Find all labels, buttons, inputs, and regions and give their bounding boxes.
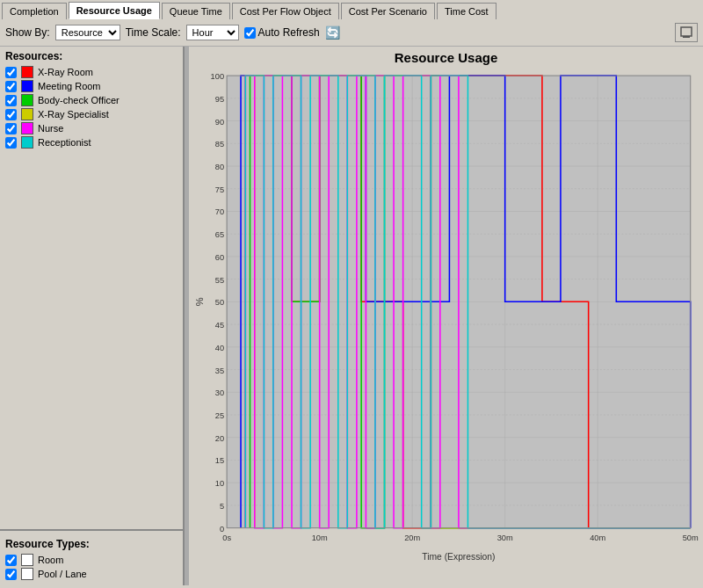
resource-item: Nurse	[5, 122, 178, 134]
chart-area: Resource Usage 0510152025303540455055606…	[189, 47, 703, 585]
tab-completion[interactable]: Completion	[2, 3, 67, 19]
resource-types-section: Resource Types: Room Pool / Lane	[0, 534, 183, 585]
resource-type-label: Pool / Lane	[38, 569, 87, 579]
svg-rect-0	[681, 27, 692, 36]
svg-text:95: 95	[215, 95, 224, 104]
svg-text:20m: 20m	[404, 534, 420, 542]
resource-type-checkbox[interactable]	[5, 555, 17, 566]
svg-text:35: 35	[215, 367, 224, 375]
svg-text:5: 5	[220, 502, 224, 511]
svg-text:20: 20	[215, 434, 224, 443]
resource-type-item: Room	[5, 554, 178, 566]
svg-text:30: 30	[215, 388, 224, 397]
resource-checkbox[interactable]	[5, 137, 17, 149]
resource-type-item: Pool / Lane	[5, 568, 178, 580]
svg-text:85: 85	[215, 140, 224, 149]
chart-container: 0510152025303540455055606570758085909510…	[192, 67, 699, 563]
main-content: Resources: X-Ray Room Meeting Room Body-…	[0, 47, 703, 585]
resource-type-label: Room	[38, 555, 63, 565]
tab-resource-usage[interactable]: Resource Usage	[69, 2, 160, 19]
resource-color	[21, 66, 33, 78]
resource-item: X-Ray Specialist	[5, 108, 178, 120]
auto-refresh-checkbox[interactable]	[244, 27, 256, 39]
left-panel: Resources: X-Ray Room Meeting Room Body-…	[0, 47, 185, 585]
svg-text:45: 45	[215, 321, 224, 330]
resource-checkbox[interactable]	[5, 109, 17, 120]
resource-color	[21, 122, 33, 134]
show-by-select[interactable]: Resource Role Pool	[55, 25, 120, 40]
toolbar: Show By: Resource Role Pool Time Scale: …	[0, 19, 703, 47]
resource-checkbox[interactable]	[5, 81, 17, 92]
tab-bar: Completion Resource Usage Queue Time Cos…	[0, 0, 703, 19]
tab-cost-per-scenario[interactable]: Cost Per Scenario	[341, 3, 435, 19]
resource-type-color	[21, 554, 33, 566]
svg-text:60: 60	[215, 253, 224, 262]
resources-list: X-Ray Room Meeting Room Body-check Offic…	[5, 66, 178, 149]
resource-color	[21, 80, 33, 92]
resource-type-color	[21, 568, 33, 580]
chart-title: Resource Usage	[192, 50, 699, 65]
svg-rect-1	[683, 36, 690, 38]
resource-label: Nurse	[38, 123, 63, 134]
svg-text:25: 25	[215, 411, 224, 420]
resource-color	[21, 136, 33, 149]
resources-label: Resources:	[5, 50, 178, 62]
svg-text:15: 15	[215, 457, 224, 466]
svg-text:Time (Expression): Time (Expression)	[422, 552, 495, 562]
resources-section: Resources: X-Ray Room Meeting Room Body-…	[0, 47, 183, 526]
svg-text:10: 10	[215, 479, 224, 488]
resource-types-label: Resource Types:	[5, 538, 178, 550]
svg-text:40m: 40m	[590, 534, 605, 542]
resource-type-checkbox[interactable]	[5, 569, 17, 580]
export-button[interactable]	[675, 23, 698, 42]
svg-text:55: 55	[215, 276, 224, 285]
show-by-label: Show By:	[5, 26, 50, 39]
resource-checkbox[interactable]	[5, 95, 17, 106]
svg-text:80: 80	[215, 163, 224, 171]
time-scale-select[interactable]: Hour Minute Day	[186, 25, 239, 40]
auto-refresh-label[interactable]: Auto Refresh	[244, 26, 320, 39]
tab-time-cost[interactable]: Time Cost	[437, 3, 496, 19]
svg-text:0s: 0s	[222, 534, 231, 542]
tab-cost-per-flow-object[interactable]: Cost Per Flow Object	[232, 3, 339, 19]
resource-checkbox[interactable]	[5, 123, 17, 134]
resource-label: Meeting Room	[38, 81, 101, 91]
resource-item: X-Ray Room	[5, 66, 178, 78]
svg-text:50: 50	[215, 298, 224, 307]
svg-text:90: 90	[215, 118, 224, 127]
svg-text:50m: 50m	[683, 534, 699, 542]
refresh-icon[interactable]: 🔄	[325, 25, 340, 40]
svg-text:10m: 10m	[312, 534, 328, 542]
resource-label: Body-check Officer	[38, 95, 120, 105]
resource-item: Receptionist	[5, 136, 178, 149]
tab-queue-time[interactable]: Queue Time	[162, 3, 230, 19]
svg-text:75: 75	[215, 185, 224, 194]
resource-color	[21, 94, 33, 106]
svg-text:65: 65	[215, 230, 224, 239]
resource-label: X-Ray Specialist	[38, 109, 109, 120]
resource-types-list: Room Pool / Lane	[5, 554, 178, 580]
chart-svg: 0510152025303540455055606570758085909510…	[192, 67, 699, 563]
resource-label: X-Ray Room	[38, 67, 93, 77]
resource-item: Meeting Room	[5, 80, 178, 92]
resource-color	[21, 108, 33, 120]
svg-text:%: %	[194, 297, 205, 306]
svg-text:70: 70	[215, 208, 224, 217]
time-scale-label: Time Scale:	[126, 26, 181, 39]
resource-label: Receptionist	[38, 137, 91, 148]
svg-text:100: 100	[211, 72, 224, 81]
svg-text:40: 40	[215, 344, 224, 352]
resource-item: Body-check Officer	[5, 94, 178, 106]
svg-text:30m: 30m	[497, 534, 513, 542]
resource-checkbox[interactable]	[5, 67, 17, 78]
svg-text:0: 0	[220, 525, 224, 534]
